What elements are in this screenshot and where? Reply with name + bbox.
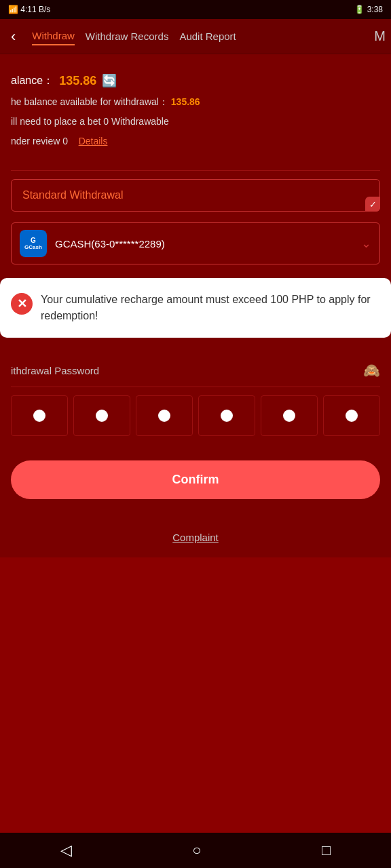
password-label: ithdrawal Password (11, 365, 99, 376)
bet-label: ill need to place a bet (11, 116, 100, 127)
bet-info-row: ill need to place a bet 0 Withdrawable (11, 115, 380, 129)
status-right: 🔋 3:38 (354, 5, 383, 14)
dot-5 (283, 410, 295, 422)
eye-icon[interactable]: 🙈 (363, 362, 380, 378)
password-dot-1[interactable] (11, 395, 68, 436)
dot-3 (158, 410, 170, 422)
dot-2 (96, 410, 108, 422)
password-dot-4[interactable] (198, 395, 255, 436)
error-box: ✕ Your cumulative recharge amount must e… (0, 278, 391, 338)
withdrawal-type-label: Standard Withdrawal (22, 189, 124, 201)
balance-amount: 135.86 (59, 74, 96, 88)
nav-bar: ‹ Withdraw Withdraw Records Audit Report… (0, 19, 391, 54)
error-icon: ✕ (11, 293, 33, 315)
error-text: Your cumulative recharge amount must exc… (41, 292, 380, 324)
tab-withdraw[interactable]: Withdraw (32, 27, 75, 45)
status-icons: 📶 4:11 B/s (8, 5, 50, 14)
withdrawal-type-box[interactable]: Standard Withdrawal ✓ (11, 179, 380, 212)
password-section: ithdrawal Password 🙈 (11, 351, 380, 447)
password-dot-3[interactable] (136, 395, 193, 436)
status-left: 📶 4:11 B/s (8, 5, 50, 14)
dot-6 (346, 410, 358, 422)
password-dot-5[interactable] (261, 395, 318, 436)
gcash-dropdown[interactable]: G GCash GCASH(63-0******2289) ⌄ (11, 222, 380, 264)
available-label: he balance available for withdrawal： (11, 96, 168, 107)
dropdown-arrow-icon: ⌄ (361, 236, 371, 251)
review-value: 0 (62, 136, 68, 146)
android-back-button[interactable]: ◁ (47, 836, 86, 865)
complaint-link[interactable]: Complaint (172, 532, 219, 543)
android-recents-button[interactable]: □ (308, 836, 344, 865)
footer-area: Complaint (11, 505, 380, 557)
balance-row: alance： 135.86 🔄 (11, 73, 380, 88)
confirm-button[interactable]: Confirm (11, 460, 380, 499)
review-row: nder review 0 Details (11, 134, 380, 149)
balance-section: alance： 135.86 🔄 he balance available fo… (11, 65, 380, 162)
android-home-button[interactable]: ○ (179, 836, 215, 865)
android-nav-bar: ◁ ○ □ (0, 833, 391, 868)
divider-1 (11, 170, 380, 171)
main-content: alance： 135.86 🔄 he balance available fo… (0, 54, 391, 557)
gcash-logo: G GCash (20, 230, 47, 257)
battery-status: 🔋 3:38 (354, 5, 383, 14)
dot-1 (33, 410, 45, 422)
details-link[interactable]: Details (79, 136, 108, 146)
available-balance-row: he balance available for withdrawal： 135… (11, 95, 380, 109)
bet-suffix: Withdrawable (111, 116, 169, 127)
balance-label: alance： (11, 74, 54, 88)
bet-value: 0 (103, 116, 109, 127)
check-badge: ✓ (365, 197, 380, 212)
dot-4 (221, 410, 233, 422)
password-label-row: ithdrawal Password 🙈 (11, 362, 380, 387)
gcash-logo-g: G (31, 237, 36, 244)
available-amount: 135.86 (171, 96, 200, 107)
refresh-icon[interactable]: 🔄 (102, 73, 117, 88)
status-bar: 📶 4:11 B/s 🔋 3:38 (0, 0, 391, 19)
review-label: nder review (11, 136, 60, 146)
password-dots (11, 395, 380, 436)
gcash-logo-text: GCash (24, 244, 42, 250)
gcash-number: GCASH(63-0******2289) (55, 238, 361, 250)
nav-more-button[interactable]: M (374, 28, 386, 44)
tab-audit-report[interactable]: Audit Report (179, 28, 236, 45)
password-dot-2[interactable] (73, 395, 130, 436)
tab-withdraw-records[interactable]: Withdraw Records (86, 28, 169, 45)
back-button[interactable]: ‹ (5, 25, 21, 48)
password-dot-6[interactable] (323, 395, 380, 436)
